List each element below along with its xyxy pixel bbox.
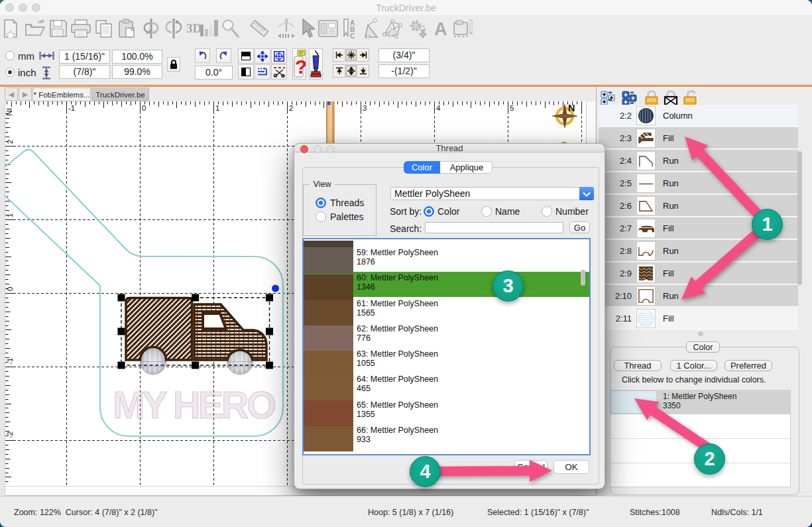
svg-text:4: 4: [436, 104, 441, 112]
svg-text:5: 5: [510, 104, 514, 112]
svg-text:3D: 3D: [186, 21, 202, 35]
svg-text:0: 0: [6, 287, 14, 291]
svg-text:2: 2: [6, 140, 14, 144]
svg-text:1: 1: [6, 213, 14, 217]
svg-text:MY HERO: MY HERO: [113, 383, 276, 426]
svg-text:-1: -1: [68, 104, 75, 112]
svg-text:A: A: [434, 20, 447, 37]
svg-text:IN: IN: [5, 108, 13, 116]
svg-text:C: C: [350, 32, 355, 39]
svg-text:1: 1: [215, 104, 219, 112]
svg-text:-2: -2: [6, 432, 14, 438]
svg-text:?: ?: [295, 56, 306, 78]
svg-text:3: 3: [363, 104, 367, 112]
svg-text:-1: -1: [6, 358, 14, 365]
svg-text:0: 0: [142, 104, 146, 112]
svg-text:N: N: [568, 103, 575, 113]
svg-text:2: 2: [289, 104, 293, 112]
